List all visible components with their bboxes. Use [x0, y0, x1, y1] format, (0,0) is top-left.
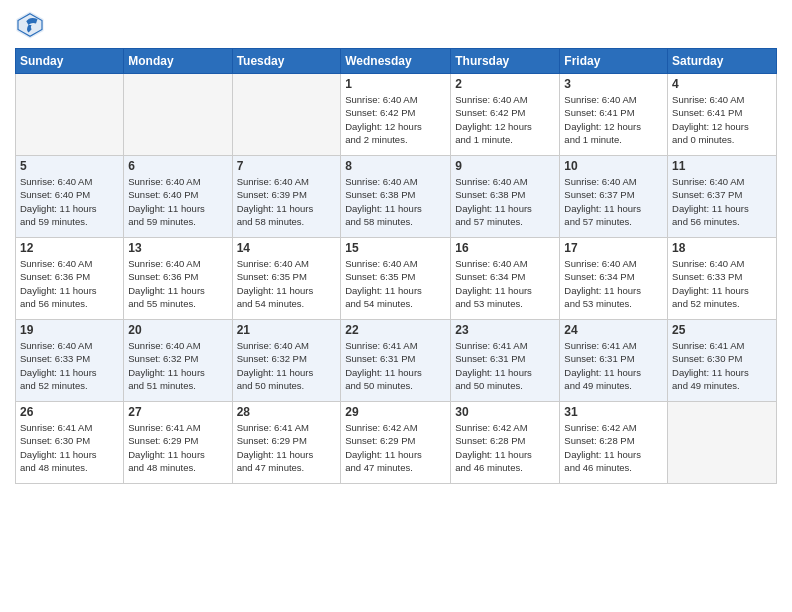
day-info: Sunrise: 6:40 AM Sunset: 6:42 PM Dayligh…: [345, 93, 446, 146]
day-number: 18: [672, 241, 772, 255]
calendar-day-cell: 24Sunrise: 6:41 AM Sunset: 6:31 PM Dayli…: [560, 320, 668, 402]
day-info: Sunrise: 6:41 AM Sunset: 6:29 PM Dayligh…: [128, 421, 227, 474]
day-number: 1: [345, 77, 446, 91]
calendar-day-cell: 4Sunrise: 6:40 AM Sunset: 6:41 PM Daylig…: [668, 74, 777, 156]
calendar-day-header: Sunday: [16, 49, 124, 74]
calendar-day-cell: 18Sunrise: 6:40 AM Sunset: 6:33 PM Dayli…: [668, 238, 777, 320]
day-number: 6: [128, 159, 227, 173]
day-number: 24: [564, 323, 663, 337]
calendar-day-cell: 13Sunrise: 6:40 AM Sunset: 6:36 PM Dayli…: [124, 238, 232, 320]
day-info: Sunrise: 6:40 AM Sunset: 6:32 PM Dayligh…: [237, 339, 337, 392]
calendar-day-cell: [124, 74, 232, 156]
calendar-week-row: 5Sunrise: 6:40 AM Sunset: 6:40 PM Daylig…: [16, 156, 777, 238]
day-number: 26: [20, 405, 119, 419]
calendar-day-cell: 30Sunrise: 6:42 AM Sunset: 6:28 PM Dayli…: [451, 402, 560, 484]
day-info: Sunrise: 6:40 AM Sunset: 6:33 PM Dayligh…: [672, 257, 772, 310]
day-number: 27: [128, 405, 227, 419]
day-info: Sunrise: 6:42 AM Sunset: 6:28 PM Dayligh…: [455, 421, 555, 474]
day-info: Sunrise: 6:40 AM Sunset: 6:34 PM Dayligh…: [564, 257, 663, 310]
calendar-day-cell: 6Sunrise: 6:40 AM Sunset: 6:40 PM Daylig…: [124, 156, 232, 238]
day-info: Sunrise: 6:41 AM Sunset: 6:30 PM Dayligh…: [20, 421, 119, 474]
calendar-day-cell: 20Sunrise: 6:40 AM Sunset: 6:32 PM Dayli…: [124, 320, 232, 402]
calendar-day-cell: 11Sunrise: 6:40 AM Sunset: 6:37 PM Dayli…: [668, 156, 777, 238]
calendar-day-cell: 27Sunrise: 6:41 AM Sunset: 6:29 PM Dayli…: [124, 402, 232, 484]
page-header: [15, 10, 777, 40]
day-number: 2: [455, 77, 555, 91]
calendar-day-cell: 31Sunrise: 6:42 AM Sunset: 6:28 PM Dayli…: [560, 402, 668, 484]
day-info: Sunrise: 6:40 AM Sunset: 6:37 PM Dayligh…: [564, 175, 663, 228]
day-info: Sunrise: 6:40 AM Sunset: 6:36 PM Dayligh…: [128, 257, 227, 310]
calendar-day-cell: 3Sunrise: 6:40 AM Sunset: 6:41 PM Daylig…: [560, 74, 668, 156]
day-info: Sunrise: 6:40 AM Sunset: 6:38 PM Dayligh…: [455, 175, 555, 228]
day-number: 31: [564, 405, 663, 419]
day-info: Sunrise: 6:40 AM Sunset: 6:41 PM Dayligh…: [672, 93, 772, 146]
calendar-day-cell: 25Sunrise: 6:41 AM Sunset: 6:30 PM Dayli…: [668, 320, 777, 402]
day-number: 21: [237, 323, 337, 337]
day-number: 20: [128, 323, 227, 337]
day-number: 4: [672, 77, 772, 91]
day-number: 10: [564, 159, 663, 173]
calendar-day-cell: 21Sunrise: 6:40 AM Sunset: 6:32 PM Dayli…: [232, 320, 341, 402]
calendar-day-header: Wednesday: [341, 49, 451, 74]
calendar-week-row: 1Sunrise: 6:40 AM Sunset: 6:42 PM Daylig…: [16, 74, 777, 156]
day-info: Sunrise: 6:40 AM Sunset: 6:34 PM Dayligh…: [455, 257, 555, 310]
day-info: Sunrise: 6:40 AM Sunset: 6:40 PM Dayligh…: [20, 175, 119, 228]
calendar-day-header: Friday: [560, 49, 668, 74]
day-info: Sunrise: 6:40 AM Sunset: 6:40 PM Dayligh…: [128, 175, 227, 228]
day-info: Sunrise: 6:42 AM Sunset: 6:29 PM Dayligh…: [345, 421, 446, 474]
day-number: 3: [564, 77, 663, 91]
day-number: 28: [237, 405, 337, 419]
day-info: Sunrise: 6:41 AM Sunset: 6:31 PM Dayligh…: [455, 339, 555, 392]
day-number: 7: [237, 159, 337, 173]
calendar-day-cell: 8Sunrise: 6:40 AM Sunset: 6:38 PM Daylig…: [341, 156, 451, 238]
day-info: Sunrise: 6:42 AM Sunset: 6:28 PM Dayligh…: [564, 421, 663, 474]
day-number: 12: [20, 241, 119, 255]
day-number: 15: [345, 241, 446, 255]
day-number: 5: [20, 159, 119, 173]
calendar-day-cell: 7Sunrise: 6:40 AM Sunset: 6:39 PM Daylig…: [232, 156, 341, 238]
day-info: Sunrise: 6:40 AM Sunset: 6:38 PM Dayligh…: [345, 175, 446, 228]
calendar-day-header: Saturday: [668, 49, 777, 74]
day-info: Sunrise: 6:41 AM Sunset: 6:31 PM Dayligh…: [564, 339, 663, 392]
day-info: Sunrise: 6:40 AM Sunset: 6:41 PM Dayligh…: [564, 93, 663, 146]
calendar-day-header: Thursday: [451, 49, 560, 74]
calendar-day-cell: 14Sunrise: 6:40 AM Sunset: 6:35 PM Dayli…: [232, 238, 341, 320]
day-number: 23: [455, 323, 555, 337]
day-number: 17: [564, 241, 663, 255]
calendar-day-cell: 5Sunrise: 6:40 AM Sunset: 6:40 PM Daylig…: [16, 156, 124, 238]
calendar-week-row: 12Sunrise: 6:40 AM Sunset: 6:36 PM Dayli…: [16, 238, 777, 320]
calendar-day-cell: [16, 74, 124, 156]
day-info: Sunrise: 6:41 AM Sunset: 6:29 PM Dayligh…: [237, 421, 337, 474]
calendar-table: SundayMondayTuesdayWednesdayThursdayFrid…: [15, 48, 777, 484]
day-info: Sunrise: 6:40 AM Sunset: 6:35 PM Dayligh…: [237, 257, 337, 310]
day-number: 9: [455, 159, 555, 173]
calendar-day-header: Tuesday: [232, 49, 341, 74]
day-info: Sunrise: 6:40 AM Sunset: 6:33 PM Dayligh…: [20, 339, 119, 392]
day-number: 14: [237, 241, 337, 255]
day-info: Sunrise: 6:40 AM Sunset: 6:32 PM Dayligh…: [128, 339, 227, 392]
day-number: 11: [672, 159, 772, 173]
calendar-day-cell: 15Sunrise: 6:40 AM Sunset: 6:35 PM Dayli…: [341, 238, 451, 320]
calendar-day-header: Monday: [124, 49, 232, 74]
day-number: 16: [455, 241, 555, 255]
calendar-day-cell: 26Sunrise: 6:41 AM Sunset: 6:30 PM Dayli…: [16, 402, 124, 484]
day-info: Sunrise: 6:40 AM Sunset: 6:37 PM Dayligh…: [672, 175, 772, 228]
day-info: Sunrise: 6:41 AM Sunset: 6:31 PM Dayligh…: [345, 339, 446, 392]
calendar-day-cell: 12Sunrise: 6:40 AM Sunset: 6:36 PM Dayli…: [16, 238, 124, 320]
calendar-day-cell: [668, 402, 777, 484]
day-number: 19: [20, 323, 119, 337]
day-number: 22: [345, 323, 446, 337]
calendar-day-cell: 1Sunrise: 6:40 AM Sunset: 6:42 PM Daylig…: [341, 74, 451, 156]
calendar-day-cell: 23Sunrise: 6:41 AM Sunset: 6:31 PM Dayli…: [451, 320, 560, 402]
calendar-day-cell: 9Sunrise: 6:40 AM Sunset: 6:38 PM Daylig…: [451, 156, 560, 238]
calendar-day-cell: 17Sunrise: 6:40 AM Sunset: 6:34 PM Dayli…: [560, 238, 668, 320]
calendar-day-cell: 2Sunrise: 6:40 AM Sunset: 6:42 PM Daylig…: [451, 74, 560, 156]
logo: [15, 10, 49, 40]
calendar-day-cell: [232, 74, 341, 156]
day-info: Sunrise: 6:40 AM Sunset: 6:42 PM Dayligh…: [455, 93, 555, 146]
logo-icon: [15, 10, 45, 40]
day-number: 30: [455, 405, 555, 419]
day-info: Sunrise: 6:40 AM Sunset: 6:35 PM Dayligh…: [345, 257, 446, 310]
day-number: 8: [345, 159, 446, 173]
calendar-day-cell: 19Sunrise: 6:40 AM Sunset: 6:33 PM Dayli…: [16, 320, 124, 402]
